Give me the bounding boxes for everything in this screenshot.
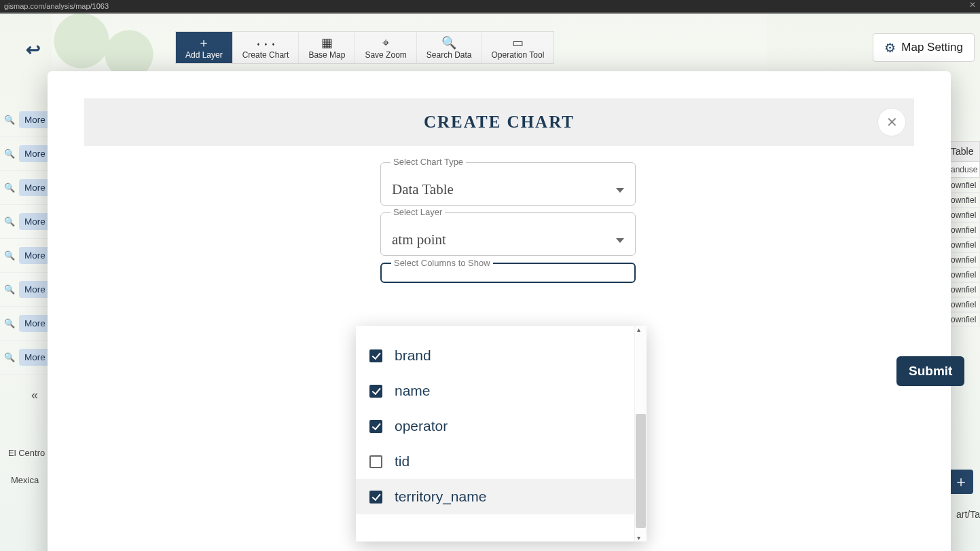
- close-icon: ✕: [886, 114, 898, 130]
- column-option-label: operator: [395, 418, 448, 434]
- browser-addressbar: gismap.com/analysis/map/1063 ✕: [0, 0, 980, 12]
- layer-select[interactable]: Select Layer atm point: [380, 212, 636, 256]
- create-chart-modal: CREATE CHART ✕ Select Chart Type Data Ta…: [48, 71, 951, 551]
- app-shell: ↩ ＋Add Layer⬪⬪⬪Create Chart▦Base Map⌖Sav…: [0, 14, 980, 551]
- column-option-label: brand: [395, 347, 431, 364]
- chart-type-label: Select Chart Type: [391, 157, 466, 167]
- checkbox-icon[interactable]: [369, 455, 382, 468]
- chart-type-select[interactable]: Select Chart Type Data Table: [380, 162, 636, 206]
- chart-type-value: Data Table: [392, 181, 624, 198]
- checkbox-icon[interactable]: [369, 385, 382, 398]
- column-option-tid[interactable]: tid: [356, 444, 634, 479]
- columns-label: Select Columns to Show: [391, 258, 493, 268]
- checkbox-icon[interactable]: [369, 491, 382, 504]
- submit-button[interactable]: Submit: [896, 356, 964, 386]
- modal-title: CREATE CHART: [424, 113, 575, 132]
- tab-close-icon[interactable]: ✕: [969, 0, 976, 10]
- checkbox-icon[interactable]: [369, 420, 382, 433]
- column-option-label: name: [395, 383, 431, 399]
- column-option-label: tid: [395, 453, 410, 470]
- chevron-down-icon: [616, 188, 624, 193]
- scroll-thumb[interactable]: [636, 414, 646, 528]
- column-option-territory_name[interactable]: territory_name: [356, 479, 634, 514]
- layer-value: atm point: [392, 231, 624, 248]
- columns-dropdown: brandnameoperatortidterritory_name ▴ ▾: [356, 326, 647, 542]
- submit-label: Submit: [909, 364, 952, 378]
- modal-form: Select Chart Type Data Table Select Laye…: [380, 162, 636, 283]
- modal-header: CREATE CHART ✕: [84, 98, 914, 146]
- columns-select[interactable]: Select Columns to Show: [380, 263, 636, 283]
- scroll-down-icon[interactable]: ▾: [637, 534, 640, 542]
- column-option-brand[interactable]: brand: [356, 338, 634, 373]
- columns-option-list: brandnameoperatortidterritory_name: [356, 326, 634, 542]
- dropdown-scrollbar[interactable]: ▴ ▾: [634, 326, 647, 542]
- address-text: gismap.com/analysis/map/1063: [4, 2, 109, 10]
- layer-label: Select Layer: [391, 207, 445, 217]
- scroll-up-icon[interactable]: ▴: [637, 326, 640, 333]
- column-option-name[interactable]: name: [356, 373, 634, 408]
- checkbox-icon[interactable]: [369, 349, 382, 362]
- column-option-label: territory_name: [395, 489, 486, 505]
- chevron-down-icon: [616, 238, 624, 243]
- column-option-operator[interactable]: operator: [356, 408, 634, 444]
- modal-close-button[interactable]: ✕: [877, 108, 906, 136]
- modal-backdrop: CREATE CHART ✕ Select Chart Type Data Ta…: [0, 27, 980, 551]
